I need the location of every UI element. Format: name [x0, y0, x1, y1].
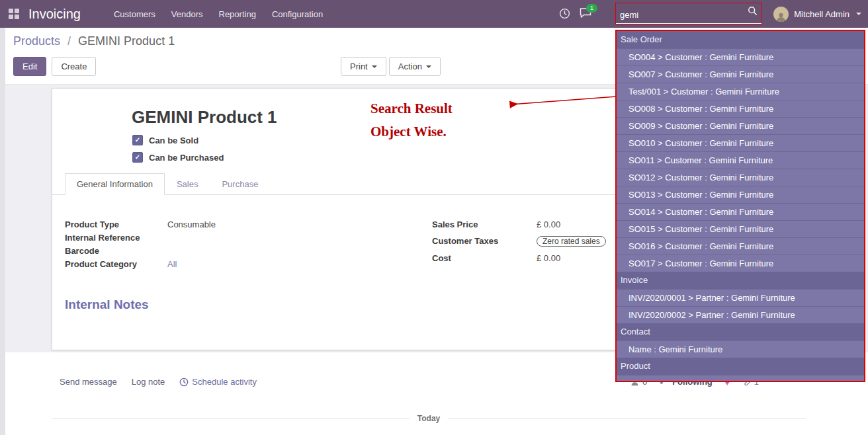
tab-sales[interactable]: Sales [165, 173, 210, 194]
log-note-button[interactable]: Log note [132, 377, 165, 387]
user-name: Mitchell Admin [794, 9, 849, 19]
search-result-item[interactable]: SO004 > Customer : Gemini Furniture [617, 48, 864, 65]
can-be-sold-checkbox[interactable] [132, 135, 143, 145]
messages-chat-icon[interactable]: 1 [580, 8, 591, 20]
breadcrumb-separator: / [67, 34, 71, 48]
avatar [773, 7, 789, 22]
search-result-item[interactable]: SO007 > Customer : Gemini Furniture [617, 65, 864, 83]
group-header-invoice: Invoice [617, 272, 864, 289]
main-menu: Customers Vendors Reporting Configuratio… [114, 9, 323, 19]
create-button[interactable]: Create [52, 57, 96, 76]
caret-down-icon [372, 65, 377, 68]
search-input[interactable] [616, 7, 748, 24]
search-icon[interactable] [748, 6, 761, 24]
search-result-item[interactable]: SO013 > Customer : Gemini Furniture [617, 186, 864, 203]
search-results-dropdown: Sale Order SO004 > Customer : Gemini Fur… [615, 30, 865, 382]
search-result-item[interactable]: INV/2020/0002 > Partner : Gemini Furnitu… [617, 306, 864, 323]
global-search [615, 3, 762, 24]
print-label: Print [350, 61, 368, 71]
tab-purchase[interactable]: Purchase [210, 173, 270, 194]
today-divider: Today [52, 414, 806, 423]
chatter-actions: Send message Log note Schedule activity [60, 377, 257, 387]
schedule-activity-button[interactable]: Schedule activity [179, 377, 257, 387]
product-category-link[interactable]: All [167, 259, 177, 269]
search-result-item[interactable]: SO011 > Customer : Gemini Furniture [617, 151, 864, 169]
send-message-button[interactable]: Send message [60, 377, 117, 387]
field-product-type: Product Type Consumable [65, 219, 432, 229]
menu-customers[interactable]: Customers [114, 9, 155, 19]
tab-general-information[interactable]: General Information [65, 173, 165, 195]
clock-icon [179, 377, 189, 387]
activities-clock-icon[interactable] [559, 8, 570, 22]
action-button[interactable]: Action [389, 57, 441, 76]
search-result-item[interactable]: Name : Gemini Furniture [617, 340, 864, 358]
group-header-sale-order: Sale Order [617, 31, 864, 48]
today-label: Today [417, 414, 440, 423]
app-title[interactable]: Invoicing [28, 7, 81, 22]
search-result-item[interactable]: INV/2020/0001 > Partner : Gemini Furnitu… [617, 289, 864, 306]
annotation-note: Search Result Object Wise. [370, 97, 453, 143]
top-navbar: Invoicing Customers Vendors Reporting Co… [0, 0, 868, 28]
search-result-item[interactable]: SO014 > Customer : Gemini Furniture [617, 203, 864, 220]
search-result-item[interactable]: SO009 > Customer : Gemini Furniture [617, 117, 864, 134]
caret-down-icon [426, 65, 431, 68]
apps-menu-icon[interactable] [9, 9, 19, 19]
breadcrumb-products[interactable]: Products [13, 34, 60, 48]
annotation-line1: Search Result [370, 97, 453, 120]
can-be-sold-label: Can be Sold [149, 136, 198, 145]
search-result-item[interactable]: SO016 > Customer : Gemini Furniture [617, 237, 864, 255]
edit-button[interactable]: Edit [13, 57, 46, 76]
breadcrumb: Products / GEMINI Product 1 [13, 34, 175, 48]
can-be-purchased-row: Can be Purchased [132, 152, 224, 163]
customer-tax-badge: Zero rated sales [537, 236, 606, 247]
menu-configuration[interactable]: Configuration [272, 9, 323, 19]
search-result-item[interactable]: SO010 > Customer : Gemini Furniture [617, 134, 864, 151]
product-title: GEMINI Product 1 [132, 107, 277, 128]
field-product-category: Product Category All [65, 259, 432, 269]
internal-notes-heading: Internal Notes [65, 297, 149, 312]
screen: Invoicing Customers Vendors Reporting Co… [0, 0, 868, 435]
annotation-arrow [501, 93, 621, 111]
search-result-item[interactable]: SO017 > Customer : Gemini Furniture [617, 255, 864, 272]
group-header-contact: Contact [617, 323, 864, 340]
form-buttons: Edit Create [13, 57, 96, 76]
left-gutter [0, 28, 5, 435]
can-be-sold-row: Can be Sold [132, 135, 198, 145]
print-button[interactable]: Print [341, 57, 386, 76]
can-be-purchased-label: Can be Purchased [149, 153, 224, 163]
menu-vendors[interactable]: Vendors [171, 9, 203, 19]
search-result-item[interactable]: Test/001 > Customer : Gemini Furniture [617, 83, 864, 100]
search-result-item[interactable]: SO015 > Customer : Gemini Furniture [617, 220, 864, 237]
annotation-line2: Object Wise. [370, 120, 453, 143]
search-result-item[interactable]: Display Name : GEMINI Product 1 [617, 375, 864, 382]
search-result-item[interactable]: SO012 > Customer : Gemini Furniture [617, 169, 864, 186]
action-label: Action [398, 61, 422, 71]
user-menu[interactable]: Mitchell Admin [773, 0, 861, 28]
field-internal-reference: Internal Reference [65, 233, 432, 243]
messages-badge: 1 [586, 4, 597, 13]
caret-down-icon [856, 13, 861, 15]
field-barcode: Barcode [65, 246, 432, 256]
search-result-item[interactable]: SO008 > Customer : Gemini Furniture [617, 100, 864, 117]
menu-reporting[interactable]: Reporting [219, 9, 256, 19]
group-header-product: Product [617, 358, 864, 375]
can-be-purchased-checkbox[interactable] [132, 152, 143, 163]
breadcrumb-current: GEMINI Product 1 [78, 34, 175, 48]
action-buttons: Print Action [341, 57, 441, 76]
